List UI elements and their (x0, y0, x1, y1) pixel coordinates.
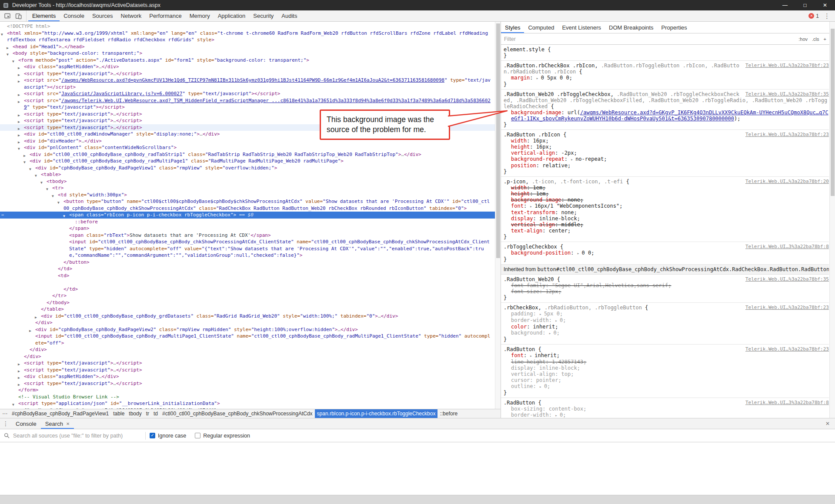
tree-line[interactable]: </div> (0, 353, 501, 360)
tree-line[interactable]: ▼⋯<span class="rbIcon p-icon p-i-checkbo… (0, 212, 501, 219)
tree-line[interactable]: ▼<div id="ctl00_ctl00_cphBodyBase_cphBod… (0, 158, 501, 165)
css-property[interactable]: background-image: none; (504, 197, 829, 203)
sidebar-tab-properties[interactable]: Properties (658, 22, 691, 33)
tree-line[interactable]: </div> (0, 319, 501, 326)
css-property[interactable]: display: inline-block; (504, 365, 829, 371)
tree-line[interactable]: ▼<body style="background-color: transpar… (0, 50, 501, 57)
tab-application[interactable]: Application (214, 10, 250, 21)
css-property[interactable]: width: 16px; (504, 138, 829, 144)
tab-sources[interactable]: Sources (88, 10, 117, 21)
css-property[interactable]: font: ▸ inherit; (504, 352, 829, 359)
tab-network[interactable]: Network (117, 10, 146, 21)
css-property[interactable]: background-position: ▸ 0 0; (504, 250, 829, 256)
tree-line[interactable]: <td> (0, 272, 501, 279)
tree-line[interactable]: {"appName":"Chrome","requestId":"3648389… (0, 407, 501, 409)
stylesheet-link[interactable]: Telerik.Web.UI…%3a22ba78bf:35 (745, 276, 829, 282)
tree-line[interactable]: ▼<button type="button" name="ctl00$ctl00… (0, 198, 501, 212)
close-search-tab-icon[interactable]: ✕ (66, 421, 70, 426)
expand-arrow-closed-icon[interactable]: ▶ (18, 78, 23, 85)
tree-line[interactable]: ▶<script type="text/javascript">…</scrip… (0, 367, 501, 374)
css-property[interactable]: vertical-align: middle; (504, 222, 829, 228)
css-property[interactable]: margin: ▸ 0 5px 0 0; (504, 75, 829, 81)
tree-line[interactable]: <input id="ctl00_ctl00_cphBodyBase_cphBo… (0, 333, 501, 346)
stylesheet-link[interactable]: Telerik.Web.UI…%3a22ba78bf:23 (745, 132, 829, 138)
tree-line[interactable]: ▼<div id="pnlContent" class="contentWide… (0, 144, 501, 151)
maximize-button[interactable]: □ (795, 0, 815, 10)
css-property[interactable]: background-repeat: ▸ no-repeat; (504, 156, 829, 162)
css-property[interactable]: position: relative; (504, 162, 829, 169)
ignore-case-checkbox[interactable] (150, 433, 155, 438)
sidebar-tab-dom-breakpoints[interactable]: DOM Breakpoints (605, 22, 658, 33)
tree-line[interactable]: </tr> (0, 292, 501, 299)
css-property[interactable]: font: ▸ 16px/1 "WebComponentsIcons"; (504, 203, 829, 209)
tree-line[interactable]: </td> (0, 286, 501, 293)
element-class-toggle[interactable]: .cls (812, 36, 819, 42)
tab-audits[interactable]: Audits (277, 10, 301, 21)
expand-shorthand-icon[interactable]: ▸ (530, 204, 534, 209)
tree-line[interactable] (0, 279, 501, 286)
toggle-device-toolbar-icon[interactable] (13, 13, 24, 19)
tree-line[interactable]: ▼<form method="post" action="./ActiveDat… (0, 57, 501, 64)
css-property[interactable]: outline: ▸ 0; (504, 383, 829, 390)
css-property[interactable]: font-family: "Segoe UI",Arial,Helvetica,… (504, 282, 829, 288)
expand-shorthand-icon[interactable]: ▸ (530, 354, 534, 358)
tab-memory[interactable]: Memory (186, 10, 214, 21)
drawer-menu-icon[interactable]: ⋮ (0, 418, 11, 429)
tree-line[interactable]: ▼<html xmlns="http://www.w3.org/1999/xht… (0, 30, 501, 43)
tree-line[interactable]: ▶<div class="aspNetHidden">…</div> (0, 63, 501, 70)
css-property[interactable]: display: inline-block; (504, 216, 829, 222)
css-property[interactable]: line-height: 1.42857143; (504, 359, 829, 365)
expand-shorthand-icon[interactable]: ▸ (539, 312, 544, 316)
breadcrumb-item[interactable]: tr (144, 409, 151, 418)
expand-shorthand-icon[interactable]: ▸ (539, 385, 544, 389)
tree-line[interactable]: ▶<script type="text/javascript">…</scrip… (0, 380, 501, 387)
tab-security[interactable]: Security (249, 10, 277, 21)
breadcrumb-item[interactable]: #ctl00_ctl00_cphBodyBase_cphBody_chkShow… (160, 409, 315, 418)
breadcrumb-item[interactable]: #cphBodyBase_cphBody_RadPageView1 (10, 409, 111, 418)
tree-line[interactable]: </span> (0, 225, 501, 232)
close-button[interactable]: ✕ (815, 0, 835, 10)
breadcrumb-item[interactable]: td (151, 409, 160, 418)
breadcrumb-item[interactable]: ⋯ (0, 409, 10, 418)
elements-scrollbar[interactable] (495, 22, 501, 409)
scrollbar-thumb[interactable] (496, 23, 500, 258)
sidebar-tab-event-listeners[interactable]: Event Listeners (558, 22, 605, 33)
tree-line[interactable]: <!DOCTYPE html> (0, 23, 501, 30)
css-property[interactable]: height: 1em; (504, 191, 829, 197)
stylesheet-link[interactable]: Telerik.Web.UI…%3a22ba78bf:35 (745, 91, 829, 97)
inherited-from-element[interactable]: button#ctl00_ctl00_cphBodyBase_cphBody_c… (537, 266, 829, 272)
tree-line[interactable]: ▶<script type="text/javascript">…</scrip… (0, 360, 501, 367)
expand-arrow-closed-icon[interactable]: ▶ (18, 99, 23, 106)
tree-line[interactable]: <input id="ctl00_ctl00_cphBodyBase_cphBo… (0, 239, 501, 259)
expand-shorthand-icon[interactable]: ▸ (549, 331, 554, 335)
css-property[interactable]: box-sizing: content-box; (504, 406, 829, 412)
tree-line[interactable]: ▶<script src="/awqms/Telerik.Web.UI.WebR… (0, 97, 501, 111)
styles-scrollbar[interactable] (829, 22, 835, 418)
new-style-rule-button[interactable]: + (824, 36, 826, 42)
tree-line[interactable]: ▼<td style="width:300px"> (0, 192, 501, 199)
tree-line[interactable]: </td> (0, 265, 501, 272)
css-property[interactable]: border-width: ▸ 0; (504, 317, 829, 324)
stylesheet-link[interactable]: Telerik.Web.UI…3%3a22ba78bf:8 (745, 244, 829, 250)
css-property[interactable]: background-image: url(/awqms/WebResource… (504, 109, 829, 122)
breadcrumb-item[interactable]: table (111, 409, 127, 418)
stylesheet-link[interactable]: Telerik.Web.UI…3%3a22ba78bf:8 (745, 400, 829, 406)
tree-line[interactable]: ▶<div id="ctl00_ctl00_cphBodyBase_cphBod… (0, 313, 501, 320)
tree-line[interactable]: <span class="rbText">Show datasets that … (0, 232, 501, 239)
expand-shorthand-icon[interactable]: ▸ (555, 318, 560, 323)
tree-line[interactable]: </button> (0, 259, 501, 266)
css-property[interactable]: padding: ▸ 5px 0; (504, 311, 829, 317)
css-property[interactable]: font-size: 12px; (504, 288, 829, 295)
minimize-button[interactable]: — (775, 0, 795, 10)
expand-shorthand-icon[interactable]: ▸ (571, 157, 575, 162)
stylesheet-link[interactable]: Telerik.Web.UI…%3a22ba78bf:23 (745, 63, 829, 69)
stylesheet-link[interactable]: Telerik.Web.UI…%3a22ba78bf:23 (745, 346, 829, 352)
tree-line[interactable]: ▶<div class="aspNetHidden">…</div> (0, 373, 501, 380)
css-property[interactable]: vertical-align: -2px; (504, 150, 829, 156)
tree-line[interactable]: ▶<div id="cphBodyBase_cphBody_RadPageVie… (0, 326, 501, 333)
regex-checkbox[interactable] (195, 433, 200, 438)
tab-elements[interactable]: Elements (28, 10, 60, 21)
tree-line[interactable]: ▼<tr> (0, 185, 501, 192)
devtools-menu-icon[interactable]: ⋮ (822, 12, 832, 20)
breadcrumb-item[interactable]: ::before (438, 409, 460, 418)
